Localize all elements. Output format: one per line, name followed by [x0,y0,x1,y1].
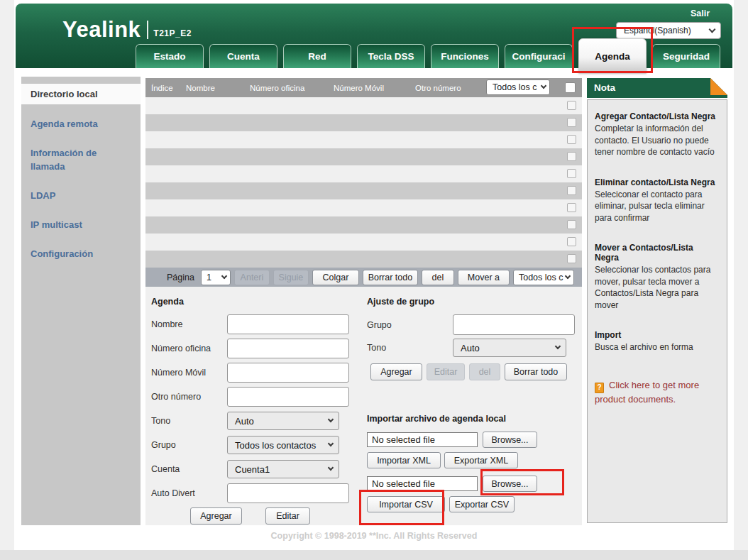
group-filter-select[interactable]: Todos los c [486,79,550,95]
language-value: Español(Spanish) [624,26,691,35]
contact-form: Agenda NombreNúmero oficinaNúmero MóvilO… [151,297,358,525]
sidebar-item-directorio-local[interactable]: Directorio local [21,84,141,104]
note-body: Agregar Contacto/Lista NegraCompletar la… [587,99,727,523]
sidebar-item-ldap[interactable]: LDAP [21,186,141,205]
note-sections: Agregar Contacto/Lista NegraCompletar la… [595,111,720,353]
tab-seguridad[interactable]: Seguridad [652,44,720,68]
agregar-group-button[interactable]: Agregar [370,363,422,380]
header: Salir Yealink T21P_E2 Español(Spanish) E… [16,4,732,68]
form-row-tono: TonoAuto [151,411,358,431]
mover-a-button[interactable]: Mover a [458,270,510,285]
table-row [145,165,582,182]
note-section-eliminar-contacto-lista-negra: Eliminar contacto/Lista NegraSeleciconar… [595,177,720,224]
form-row-auto-divert: Auto Divert [151,483,358,503]
page-select[interactable]: 1 [201,270,231,285]
numero-movil-input[interactable] [227,363,349,383]
footer-copyright: Copyright © 1998-2019 **Inc. All Rights … [14,531,734,541]
tab-funciones[interactable]: Funciones [431,44,499,68]
brand: Yealink T21P_E2 [62,19,192,40]
nombre-input[interactable] [227,314,349,334]
note-section-heading: Eliminar contacto/Lista Negra [595,177,720,187]
help-link[interactable]: ?Click here to get more product document… [595,379,720,407]
tab-agenda[interactable]: Agenda [578,38,647,74]
sidebar-item-informacion-de-llamada[interactable]: Información de llamada [21,143,141,176]
language-select[interactable]: Español(Spanish) [616,22,721,39]
import-xml-button[interactable]: Importar XML [367,452,441,468]
tab-tecla-dss[interactable]: Tecla DSS [357,44,425,68]
tab-red[interactable]: Red [283,44,351,68]
field-label-numero-oficina: Número oficina [151,344,227,353]
note-section-heading: Import [595,330,720,340]
editar-group-button: Editar [427,363,465,380]
chevron-down-icon [555,344,561,349]
row-checkbox[interactable] [567,186,576,195]
edit-contact-button[interactable]: Editar [265,507,310,525]
del-group-button: del [469,363,500,380]
move-filter-select[interactable]: Todos los c [513,270,574,285]
select-all-checkbox[interactable] [565,82,576,93]
export-xml-button[interactable]: Exportar XML [444,452,518,468]
group-name-label: Grupo [367,320,453,330]
tab-cuenta[interactable]: Cuenta [209,44,277,68]
import-csv-button[interactable]: Importar CSV [367,496,445,512]
grupo-select[interactable]: Todos los contactos [227,436,339,454]
xml-file-input[interactable]: No selected file [367,432,478,447]
export-csv-button[interactable]: Exportar CSV [449,496,515,512]
chevron-down-icon [328,417,334,422]
numero-oficina-input[interactable] [227,339,349,358]
table-row [145,216,582,234]
borrar-todo-button[interactable]: Borrar todo [363,270,418,285]
tab-configuraci[interactable]: Configuraci [505,44,573,68]
form-row-numero-oficina: Número oficina [151,339,358,358]
row-checkbox[interactable] [567,237,576,246]
note-section-body: Completar la información del contacto. E… [595,123,720,158]
field-label-tono: Tono [151,416,227,426]
auto-divert-input[interactable] [227,483,349,503]
row-checkbox[interactable] [567,203,576,212]
select-value: Todos los contactos [235,440,316,451]
move-filter-value: Todos los c [519,273,563,282]
group-name-input[interactable] [453,314,575,335]
colgar-button[interactable]: Colgar [312,270,359,285]
question-icon: ? [595,383,604,393]
tab-estado[interactable]: Estado [136,44,204,68]
table-row [145,251,582,268]
cuenta-select[interactable]: Cuenta1 [227,460,339,478]
logout-link[interactable]: Salir [691,9,710,18]
form-row-numero-movil: Número Móvil [151,363,358,383]
contact-form-title: Agenda [151,297,358,307]
tono-select[interactable]: Auto [227,412,339,430]
del-button[interactable]: del [422,270,454,285]
sidebar-item-agenda-remota[interactable]: Agenda remota [21,114,141,133]
form-row-nombre: Nombre [151,314,358,334]
group-ring-select[interactable]: Auto [453,339,566,357]
row-checkbox[interactable] [567,220,576,229]
yealink-web-ui: Salir Yealink T21P_E2 Español(Spanish) E… [0,0,748,560]
field-label-cuenta: Cuenta [151,464,227,474]
group-and-import-section: Ajuste de grupo Grupo Tono Auto AgregarE… [367,297,578,520]
otro-numero-input[interactable] [227,387,349,407]
row-checkbox[interactable] [567,254,576,263]
sidebar-item-configuracion[interactable]: Configuración [21,244,141,263]
field-label-nombre: Nombre [151,319,227,329]
yealink-logo: Yealink [62,19,141,40]
row-checkbox[interactable] [567,101,576,110]
borrar-todo-group-button[interactable]: Borrar todo [505,363,567,380]
row-checkbox[interactable] [567,169,576,178]
add-contact-button[interactable]: Agregar [190,507,242,525]
field-label-otro-numero: Otro número [151,392,227,402]
sidebar-item-ip-multicast[interactable]: IP multicast [21,215,141,234]
row-checkbox[interactable] [567,152,576,161]
note-section-body: Busca el archivo en forma [595,341,720,353]
row-checkbox[interactable] [567,118,576,127]
table-header: ÍndiceNombreNúmero oficinaNúmero MóvilOt… [145,78,582,97]
csv-file-input[interactable]: No selected file [367,476,478,491]
note-title: Nota [594,82,615,93]
note-panel: Nota Agregar Contacto/Lista NegraComplet… [587,78,727,523]
chevron-down-icon [709,26,716,33]
page-label: Página [167,273,194,282]
xml-browse-button[interactable]: Browse... [483,432,537,448]
row-checkbox[interactable] [567,135,576,144]
csv-browse-button[interactable]: Browse... [483,476,537,492]
form-row-grupo: GrupoTodos los contactos [151,435,358,455]
